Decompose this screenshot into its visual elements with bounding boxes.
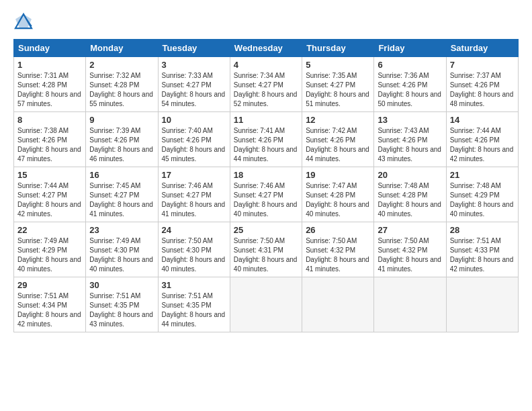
day-info: Sunrise: 7:50 AMSunset: 4:32 PMDaylight:… — [378, 237, 441, 273]
empty-cell — [374, 277, 446, 332]
day-info: Sunrise: 7:49 AMSunset: 4:29 PMDaylight:… — [17, 237, 81, 273]
day-cell-20: 20Sunrise: 7:48 AMSunset: 4:28 PMDayligh… — [374, 167, 446, 222]
day-info: Sunrise: 7:38 AMSunset: 4:26 PMDaylight:… — [17, 127, 81, 163]
day-number: 14 — [450, 115, 515, 125]
day-info: Sunrise: 7:36 AMSunset: 4:26 PMDaylight:… — [378, 72, 441, 107]
day-info: Sunrise: 7:39 AMSunset: 4:26 PMDaylight:… — [89, 127, 153, 163]
day-info: Sunrise: 7:40 AMSunset: 4:26 PMDaylight:… — [162, 127, 226, 163]
logo-icon — [13, 12, 34, 32]
day-info: Sunrise: 7:41 AMSunset: 4:26 PMDaylight:… — [234, 127, 298, 163]
day-info: Sunrise: 7:51 AMSunset: 4:34 PMDaylight:… — [17, 292, 81, 328]
day-number: 27 — [378, 225, 442, 235]
day-number: 21 — [450, 170, 515, 180]
header-thursday: Thursday — [302, 40, 374, 57]
day-cell-11: 11Sunrise: 7:41 AMSunset: 4:26 PMDayligh… — [230, 112, 302, 167]
day-number: 22 — [17, 225, 82, 235]
day-cell-3: 3Sunrise: 7:33 AMSunset: 4:27 PMDaylight… — [158, 57, 230, 112]
day-cell-1: 1Sunrise: 7:31 AMSunset: 4:28 PMDaylight… — [14, 57, 86, 112]
day-cell-26: 26Sunrise: 7:50 AMSunset: 4:32 PMDayligh… — [302, 222, 374, 277]
day-info: Sunrise: 7:44 AMSunset: 4:26 PMDaylight:… — [450, 127, 514, 163]
day-cell-19: 19Sunrise: 7:47 AMSunset: 4:28 PMDayligh… — [302, 167, 374, 222]
day-number: 24 — [162, 225, 226, 235]
day-number: 17 — [162, 170, 226, 180]
empty-cell — [230, 277, 302, 332]
day-info: Sunrise: 7:50 AMSunset: 4:30 PMDaylight:… — [162, 237, 226, 273]
day-number: 31 — [162, 280, 226, 290]
day-number: 1 — [17, 60, 82, 70]
day-info: Sunrise: 7:34 AMSunset: 4:27 PMDaylight:… — [234, 72, 298, 107]
week-row-0: 1Sunrise: 7:31 AMSunset: 4:28 PMDaylight… — [14, 57, 519, 112]
day-info: Sunrise: 7:44 AMSunset: 4:27 PMDaylight:… — [17, 182, 81, 218]
day-cell-22: 22Sunrise: 7:49 AMSunset: 4:29 PMDayligh… — [14, 222, 86, 277]
day-info: Sunrise: 7:35 AMSunset: 4:27 PMDaylight:… — [306, 72, 369, 107]
week-row-2: 15Sunrise: 7:44 AMSunset: 4:27 PMDayligh… — [14, 167, 519, 222]
day-cell-16: 16Sunrise: 7:45 AMSunset: 4:27 PMDayligh… — [86, 167, 158, 222]
day-info: Sunrise: 7:51 AMSunset: 4:33 PMDaylight:… — [450, 237, 514, 273]
day-number: 11 — [234, 115, 298, 125]
day-info: Sunrise: 7:48 AMSunset: 4:29 PMDaylight:… — [450, 182, 514, 218]
day-info: Sunrise: 7:46 AMSunset: 4:27 PMDaylight:… — [234, 182, 298, 218]
day-cell-2: 2Sunrise: 7:32 AMSunset: 4:28 PMDaylight… — [86, 57, 158, 112]
day-number: 28 — [450, 225, 515, 235]
day-number: 12 — [306, 115, 370, 125]
day-number: 16 — [89, 170, 154, 180]
day-cell-18: 18Sunrise: 7:46 AMSunset: 4:27 PMDayligh… — [230, 167, 302, 222]
day-cell-4: 4Sunrise: 7:34 AMSunset: 4:27 PMDaylight… — [230, 57, 302, 112]
day-cell-25: 25Sunrise: 7:50 AMSunset: 4:31 PMDayligh… — [230, 222, 302, 277]
day-number: 6 — [378, 60, 442, 70]
day-cell-8: 8Sunrise: 7:38 AMSunset: 4:26 PMDaylight… — [14, 112, 86, 167]
calendar: SundayMondayTuesdayWednesdayThursdayFrid… — [13, 39, 519, 332]
day-cell-27: 27Sunrise: 7:50 AMSunset: 4:32 PMDayligh… — [374, 222, 446, 277]
empty-cell — [446, 277, 518, 332]
day-cell-5: 5Sunrise: 7:35 AMSunset: 4:27 PMDaylight… — [302, 57, 374, 112]
day-info: Sunrise: 7:50 AMSunset: 4:32 PMDaylight:… — [306, 237, 369, 273]
day-info: Sunrise: 7:37 AMSunset: 4:26 PMDaylight:… — [450, 72, 514, 107]
day-number: 9 — [89, 115, 154, 125]
day-cell-30: 30Sunrise: 7:51 AMSunset: 4:35 PMDayligh… — [86, 277, 158, 332]
week-row-4: 29Sunrise: 7:51 AMSunset: 4:34 PMDayligh… — [14, 277, 519, 332]
day-number: 20 — [378, 170, 442, 180]
day-cell-7: 7Sunrise: 7:37 AMSunset: 4:26 PMDaylight… — [446, 57, 518, 112]
empty-cell — [302, 277, 374, 332]
header-friday: Friday — [374, 40, 446, 57]
header-tuesday: Tuesday — [158, 40, 230, 57]
day-info: Sunrise: 7:48 AMSunset: 4:28 PMDaylight:… — [378, 182, 441, 218]
day-number: 15 — [17, 170, 82, 180]
header-sunday: Sunday — [14, 40, 86, 57]
day-info: Sunrise: 7:42 AMSunset: 4:26 PMDaylight:… — [306, 127, 369, 163]
day-number: 10 — [162, 115, 226, 125]
day-info: Sunrise: 7:46 AMSunset: 4:27 PMDaylight:… — [162, 182, 226, 218]
day-info: Sunrise: 7:47 AMSunset: 4:28 PMDaylight:… — [306, 182, 369, 218]
day-cell-31: 31Sunrise: 7:51 AMSunset: 4:35 PMDayligh… — [158, 277, 230, 332]
day-number: 13 — [378, 115, 442, 125]
day-cell-14: 14Sunrise: 7:44 AMSunset: 4:26 PMDayligh… — [446, 112, 518, 167]
week-row-3: 22Sunrise: 7:49 AMSunset: 4:29 PMDayligh… — [14, 222, 519, 277]
day-info: Sunrise: 7:43 AMSunset: 4:26 PMDaylight:… — [378, 127, 441, 163]
day-number: 2 — [89, 60, 154, 70]
day-info: Sunrise: 7:49 AMSunset: 4:30 PMDaylight:… — [89, 237, 153, 273]
calendar-body: 1Sunrise: 7:31 AMSunset: 4:28 PMDaylight… — [14, 57, 519, 332]
day-info: Sunrise: 7:51 AMSunset: 4:35 PMDaylight:… — [89, 292, 153, 328]
header-monday: Monday — [86, 40, 158, 57]
page: SundayMondayTuesdayWednesdayThursdayFrid… — [0, 0, 532, 339]
day-number: 18 — [234, 170, 298, 180]
day-cell-6: 6Sunrise: 7:36 AMSunset: 4:26 PMDaylight… — [374, 57, 446, 112]
day-number: 30 — [89, 280, 154, 290]
day-info: Sunrise: 7:31 AMSunset: 4:28 PMDaylight:… — [17, 72, 81, 107]
day-number: 29 — [17, 280, 82, 290]
day-cell-12: 12Sunrise: 7:42 AMSunset: 4:26 PMDayligh… — [302, 112, 374, 167]
calendar-header: SundayMondayTuesdayWednesdayThursdayFrid… — [14, 40, 519, 57]
day-cell-23: 23Sunrise: 7:49 AMSunset: 4:30 PMDayligh… — [86, 222, 158, 277]
day-number: 19 — [306, 170, 370, 180]
day-number: 3 — [162, 60, 226, 70]
day-number: 26 — [306, 225, 370, 235]
day-cell-29: 29Sunrise: 7:51 AMSunset: 4:34 PMDayligh… — [14, 277, 86, 332]
day-cell-17: 17Sunrise: 7:46 AMSunset: 4:27 PMDayligh… — [158, 167, 230, 222]
day-cell-13: 13Sunrise: 7:43 AMSunset: 4:26 PMDayligh… — [374, 112, 446, 167]
logo — [13, 12, 36, 32]
header-wednesday: Wednesday — [230, 40, 302, 57]
header — [13, 12, 519, 32]
day-cell-28: 28Sunrise: 7:51 AMSunset: 4:33 PMDayligh… — [446, 222, 518, 277]
header-row: SundayMondayTuesdayWednesdayThursdayFrid… — [14, 40, 519, 57]
day-number: 7 — [450, 60, 515, 70]
